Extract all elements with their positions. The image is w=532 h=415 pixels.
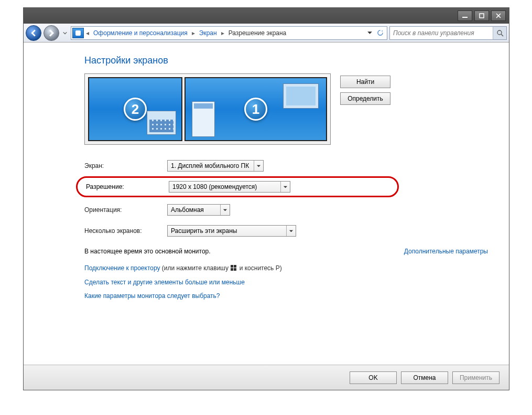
breadcrumb-appearance[interactable]: Оформление и персонализация — [90, 27, 191, 39]
detect-button[interactable]: Найти — [340, 76, 390, 88]
multiple-displays-row: Несколько экранов: Расширить эти экраны — [84, 220, 467, 241]
close-button[interactable] — [491, 10, 506, 21]
apply-button[interactable]: Применить — [452, 371, 500, 384]
search-box[interactable] — [389, 26, 507, 40]
address-dropdown[interactable] — [365, 28, 374, 38]
svg-point-2 — [497, 30, 502, 35]
address-bar[interactable]: ◂ Оформление и персонализация ▸ Экран ▸ … — [71, 26, 387, 40]
advanced-settings-link[interactable]: Дополнительные параметры — [404, 248, 488, 255]
chevron-left-icon: ◂ — [85, 29, 90, 37]
control-panel-icon — [72, 28, 84, 38]
chevron-down-icon — [280, 182, 290, 192]
monitor-preview[interactable]: 2 1 — [84, 73, 331, 145]
breadcrumb-display[interactable]: Экран — [196, 27, 220, 39]
nav-history-dropdown[interactable] — [61, 27, 69, 39]
dialog-footer: OK Отмена Применить — [24, 365, 509, 390]
page-title: Настройки экранов — [84, 55, 509, 66]
chevron-right-icon: ▸ — [191, 29, 196, 37]
maximize-button[interactable] — [474, 10, 489, 21]
which-settings-link[interactable]: Какие параметры монитора следует выбрать… — [84, 292, 509, 300]
search-input[interactable] — [390, 29, 493, 37]
minimize-button[interactable] — [458, 10, 472, 21]
monitor-number-badge: 2 — [124, 98, 147, 121]
display-label: Экран: — [84, 162, 167, 169]
window-thumb-icon — [147, 111, 176, 135]
multiple-displays-label: Несколько экранов: — [84, 227, 167, 235]
resolution-label: Разрешение: — [86, 183, 169, 190]
orientation-row: Ориентация: Альбомная — [84, 199, 467, 220]
window-thumb-icon — [283, 83, 319, 109]
chevron-down-icon — [286, 226, 296, 236]
identify-button[interactable]: Определить — [340, 92, 390, 105]
text-size-link[interactable]: Сделать текст и другие элементы больше и… — [84, 279, 509, 286]
search-button[interactable] — [493, 27, 506, 39]
chevron-right-icon: ▸ — [220, 29, 225, 37]
ok-button[interactable]: OK — [350, 371, 397, 384]
forward-button[interactable] — [44, 25, 59, 41]
cancel-button[interactable]: Отмена — [401, 371, 448, 384]
orientation-label: Ориентация: — [84, 206, 167, 214]
chevron-down-icon — [220, 205, 230, 215]
window-thumb-icon — [192, 101, 215, 137]
main-monitor-status: В настоящее время это основной монитор. — [84, 248, 211, 255]
titlebar — [24, 8, 509, 24]
display-select[interactable]: 1. Дисплей мобильного ПК — [167, 160, 264, 172]
breadcrumb-resolution: Разрешение экрана — [225, 27, 290, 39]
display-row: Экран: 1. Дисплей мобильного ПК — [84, 155, 467, 176]
chevron-down-icon — [254, 161, 263, 171]
monitor-1[interactable]: 1 — [184, 77, 327, 141]
multiple-displays-select[interactable]: Расширить эти экраны — [167, 225, 296, 237]
svg-rect-1 — [480, 14, 484, 18]
monitor-number-badge: 1 — [244, 98, 267, 121]
window-frame: ◂ Оформление и персонализация ▸ Экран ▸ … — [23, 7, 509, 390]
refresh-button[interactable] — [375, 28, 385, 38]
monitor-2[interactable]: 2 — [88, 77, 182, 141]
content-area: Настройки экранов 2 1 Найти Определить — [24, 42, 509, 365]
svg-rect-0 — [462, 17, 468, 18]
resolution-row-highlight: Разрешение: 1920 x 1080 (рекомендуется) — [76, 176, 399, 197]
projector-link[interactable]: Подключение к проектору (или нажмите кла… — [84, 264, 509, 272]
orientation-select[interactable]: Альбомная — [167, 204, 230, 216]
resolution-select[interactable]: 1920 x 1080 (рекомендуется) — [169, 181, 290, 193]
navigation-bar: ◂ Оформление и персонализация ▸ Экран ▸ … — [24, 24, 509, 42]
back-button[interactable] — [26, 25, 41, 41]
windows-key-icon — [230, 265, 237, 272]
